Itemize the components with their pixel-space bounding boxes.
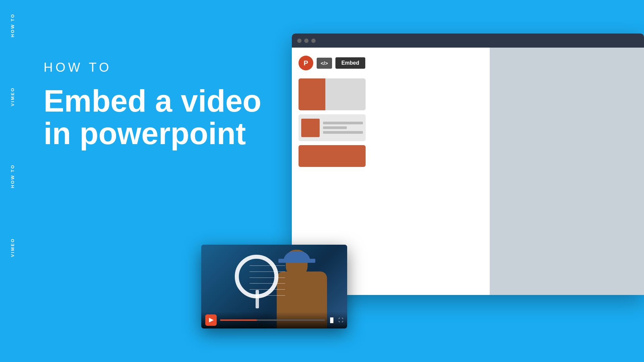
vertical-label-vimeo-mid: VIMEO — [10, 87, 15, 106]
list-text-lines — [323, 122, 363, 134]
content-list — [299, 78, 366, 167]
list-thumbnail-wide — [299, 145, 366, 167]
list-thumbnail-large — [299, 78, 325, 110]
video-background: ▐▌ ⛶ — [201, 245, 347, 328]
racket-string — [250, 278, 285, 278]
powerpoint-icon: P — [299, 56, 313, 70]
racket-string — [250, 265, 285, 266]
vertical-label-howto-bot: HOW TO — [10, 164, 15, 188]
list-line — [323, 126, 347, 129]
play-icon — [209, 318, 214, 322]
browser-right-panel — [490, 48, 644, 295]
list-line — [323, 122, 363, 124]
racket-string — [250, 295, 285, 296]
vertical-label-vimeo-bot: VIMEO — [10, 238, 15, 257]
play-button[interactable] — [205, 314, 217, 326]
browser-titlebar — [292, 34, 644, 48]
video-controls: ▐▌ ⛶ — [201, 312, 347, 328]
racket-handle — [256, 290, 259, 308]
racket-strings — [250, 263, 285, 298]
list-line — [323, 131, 363, 134]
list-thumbnail-small — [301, 119, 320, 137]
fullscreen-icon[interactable]: ⛶ — [338, 317, 343, 323]
list-item — [299, 78, 366, 110]
list-item — [299, 114, 366, 141]
embed-button[interactable]: Embed — [335, 57, 365, 69]
main-content-area: HOW TO Embed a video in powerpoint — [44, 60, 261, 149]
racket-string — [250, 289, 285, 290]
video-progress-fill — [220, 319, 257, 321]
browser-dot-green — [311, 39, 316, 43]
main-title: Embed a video in powerpoint — [44, 85, 261, 149]
list-item — [299, 145, 366, 167]
racket-string — [250, 272, 285, 272]
video-progress-bar[interactable] — [220, 319, 325, 321]
list-content-area — [325, 78, 366, 110]
how-to-subtitle: HOW TO — [44, 60, 261, 75]
video-player[interactable]: ▐▌ ⛶ — [201, 245, 347, 328]
vertical-label-howto-top: HOW TO — [10, 13, 15, 37]
browser-dot-red — [297, 39, 302, 43]
code-embed-button[interactable]: </> — [317, 58, 332, 69]
tennis-racket — [228, 255, 295, 308]
browser-dot-yellow — [304, 39, 309, 43]
racket-string — [250, 283, 285, 284]
volume-icon[interactable]: ▐▌ — [328, 317, 335, 323]
